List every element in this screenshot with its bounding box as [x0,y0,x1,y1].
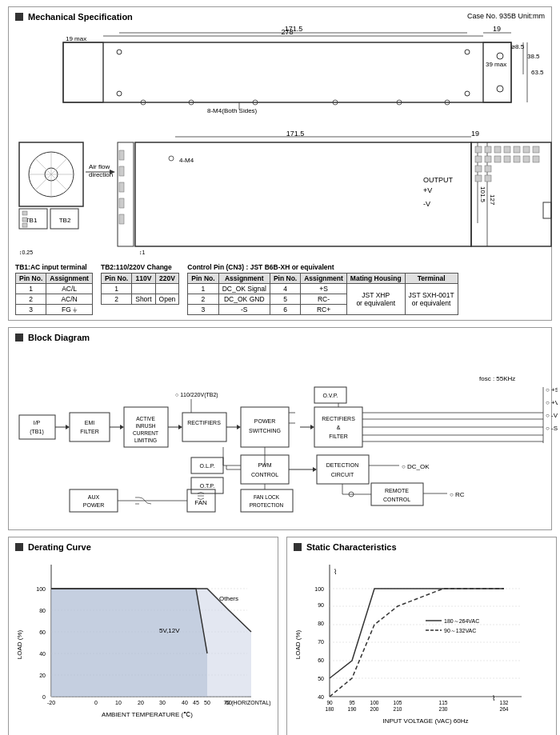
mechanical-spec-section: Mechanical Specification Case No. 935B U… [8,6,552,321]
svg-rect-78 [475,156,482,162]
svg-rect-71 [475,146,482,153]
block-header: Block Diagram [15,333,545,342]
svg-rect-88 [485,175,491,182]
static-header: Static Characteristics [294,542,550,552]
svg-rect-79 [485,156,491,162]
svg-text:CIRCUIT: CIRCUIT [331,472,354,477]
cn3-r3-p1: 3 [188,305,218,315]
svg-text:O.T.P.: O.T.P. [200,483,215,489]
cn3-h-assign1: Assignment [218,274,270,284]
svg-text:171.5: 171.5 [285,26,303,33]
svg-text:80: 80 [318,621,324,626]
svg-text:100: 100 [314,586,324,592]
cn3-h-assign2: Assignment [301,274,347,284]
svg-text:CURRENT: CURRENT [133,430,158,436]
svg-text:90: 90 [318,602,324,608]
cn3-h-mating: Mating Housing [346,274,405,284]
svg-text:171.5: 171.5 [286,130,305,138]
tb2-header-110: 110V [132,274,155,284]
svg-point-6 [117,91,122,96]
cn3-terminal: JST SXH-001Tor equivalent [405,284,458,315]
cn3-r1-p1: 1 [188,284,218,294]
svg-rect-82 [514,156,520,162]
static-title: Static Characteristics [306,542,397,552]
bottom-sections: Derating Curve 0 20 40 60 [8,537,552,735]
svg-text:50: 50 [318,676,324,681]
svg-text:↕1: ↕1 [139,250,146,255]
svg-text:AMBIENT TEMPERATURE (℃): AMBIENT TEMPERATURE (℃) [102,711,193,718]
svg-text:8-M4(Both Sides): 8-M4(Both Sides) [207,107,258,114]
svg-text:&: & [337,425,341,430]
svg-text:20: 20 [138,700,144,705]
svg-text:100: 100 [370,700,379,705]
svg-text:CONTROL: CONTROL [251,472,278,477]
svg-text:⌀8.5: ⌀8.5 [511,43,525,50]
svg-rect-44 [22,218,27,222]
svg-text:70 (HORIZONTAL): 70 (HORIZONTAL) [224,700,271,706]
cn3-h-pin1: Pin No. [188,274,218,284]
svg-rect-158 [241,489,293,512]
svg-marker-108 [178,425,182,429]
svg-text:105: 105 [394,700,402,705]
svg-rect-77 [533,146,539,153]
svg-rect-84 [533,156,539,162]
tb1-label: TB1:AC input terminal [15,263,93,271]
cn3-r1-a2: +S [301,284,347,294]
cn3-mating: JST XHPor equivalent [346,284,405,315]
tb2-row1-220 [155,284,179,294]
svg-text:EMI: EMI [85,420,95,425]
section-square-icon [15,13,23,21]
cn3-r3-p2: 6 [270,305,300,315]
svg-rect-53 [119,182,124,192]
svg-text:○ 110/220V(TB2): ○ 110/220V(TB2) [175,392,218,398]
mech-bottom-drawing: TB1 TB2 Air flow direction 171.5 [15,130,558,258]
svg-text:○ RC: ○ RC [450,491,465,498]
svg-text:CONTROL: CONTROL [383,497,410,502]
svg-text:19: 19 [471,130,479,138]
svg-text:○ -V: ○ -V [546,412,558,419]
tb1-row3-pin: 3 [16,305,46,315]
svg-text:115: 115 [439,700,448,705]
svg-text:132: 132 [500,700,509,705]
svg-text:SWITCHING: SWITCHING [249,428,281,433]
svg-text:POWER: POWER [254,418,275,424]
svg-text:RECTIFIERS: RECTIFIERS [322,416,355,421]
svg-text:60: 60 [318,657,324,663]
svg-rect-89 [543,202,551,218]
svg-text:80: 80 [39,608,46,613]
svg-text:200: 200 [370,706,379,712]
svg-text:127: 127 [489,194,496,206]
tb1-table-group: TB1:AC input terminal Pin No. Assignment… [15,263,93,315]
tb1-table: Pin No. Assignment 1 AC/L 2 AC/N 3 FG ⏚ [15,273,93,315]
svg-point-9 [497,53,503,59]
svg-rect-73 [494,146,501,153]
svg-rect-72 [485,146,491,153]
svg-rect-83 [523,156,530,162]
svg-text:LIMITING: LIMITING [134,437,157,443]
svg-text:↕0.25: ↕0.25 [19,250,33,255]
svg-text:264: 264 [500,706,509,712]
svg-text:Air flow: Air flow [89,163,110,170]
svg-text:REMOTE: REMOTE [385,488,409,493]
svg-text:AUX: AUX [88,494,100,500]
svg-text:PWM: PWM [258,462,271,468]
svg-rect-97 [70,413,110,441]
svg-rect-0 [63,42,511,102]
tb1-header-pin: Pin No. [16,274,46,284]
svg-point-5 [117,50,122,54]
cn3-table-group: Control Pin (CN3) : JST B6B-XH or equiva… [187,263,458,315]
cn3-r2-a1: DC_OK GND [218,294,270,305]
svg-text:○ +V: ○ +V [546,399,558,406]
tb1-row2-assign: AC/N [46,294,93,305]
tb2-label: TB2:110/220V Change [101,263,179,271]
svg-text:INRUSH: INRUSH [136,423,156,429]
svg-text:○ -S: ○ -S [546,425,558,432]
svg-text:90: 90 [326,700,333,705]
svg-rect-115 [241,407,289,447]
svg-text:FILTER: FILTER [80,429,99,434]
mech-top-drawing: 278 171.5 19 19 max 38.5 63.5 ⌀8.5 39 ma… [15,26,558,130]
svg-text:LOAD (%): LOAD (%) [16,629,23,659]
derating-square-icon [15,543,23,551]
derating-chart: 0 20 40 60 80 100 LOAD (%) [15,557,271,734]
svg-text:60: 60 [39,629,46,635]
